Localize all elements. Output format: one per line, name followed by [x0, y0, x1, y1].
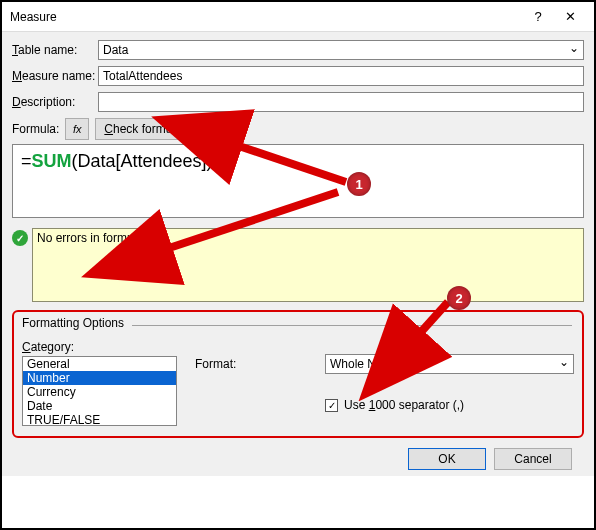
- category-item-currency[interactable]: Currency: [23, 385, 176, 399]
- annotation-badge-2: 2: [447, 286, 471, 310]
- help-button[interactable]: ?: [522, 3, 554, 31]
- status-area: ✓ No errors in formula.: [12, 228, 584, 302]
- category-item-general[interactable]: General: [23, 357, 176, 371]
- status-message: No errors in formula.: [37, 231, 146, 245]
- formula-controls: Formula: fx Check formula: [12, 118, 584, 140]
- status-message-box: No errors in formula.: [32, 228, 584, 302]
- close-button[interactable]: ✕: [554, 3, 586, 31]
- ok-button[interactable]: OK: [408, 448, 486, 470]
- description-input[interactable]: [98, 92, 584, 112]
- measure-name-label: Measure name:: [12, 69, 98, 83]
- category-item-number[interactable]: Number: [23, 371, 176, 385]
- category-label: Category:: [22, 340, 177, 354]
- thousand-separator-label: Use 1000 separator (,): [344, 398, 464, 412]
- check-formula-button[interactable]: Check formula: [95, 118, 190, 140]
- formula-editor[interactable]: =SUM(Data[Attendees]): [12, 144, 584, 218]
- format-combo[interactable]: Whole Number: [325, 354, 574, 374]
- measure-name-row: Measure name: TotalAttendees: [12, 66, 584, 86]
- category-item-truefalse[interactable]: TRUE/FALSE: [23, 413, 176, 426]
- formatting-options-title: Formatting Options: [22, 316, 574, 330]
- success-icon: ✓: [12, 230, 28, 246]
- description-label: Description:: [12, 95, 98, 109]
- format-label: Format:: [195, 357, 315, 371]
- separator-line: [132, 325, 572, 326]
- annotation-badge-1: 1: [347, 172, 371, 196]
- thousand-separator-checkbox[interactable]: ✓: [325, 399, 338, 412]
- formatting-options-section: Formatting Options Category: General Num…: [12, 310, 584, 438]
- dialog-title: Measure: [10, 10, 522, 24]
- table-name-row: Table name: Data: [12, 40, 584, 60]
- table-name-combo[interactable]: Data: [98, 40, 584, 60]
- fx-button[interactable]: fx: [65, 118, 89, 140]
- description-row: Description:: [12, 92, 584, 112]
- dialog-buttons: OK Cancel: [12, 438, 584, 470]
- dialog-content: Table name: Data Measure name: TotalAtte…: [2, 32, 594, 476]
- titlebar: Measure ? ✕: [2, 2, 594, 32]
- measure-name-input[interactable]: TotalAttendees: [98, 66, 584, 86]
- table-name-label: Table name:: [12, 43, 98, 57]
- category-item-date[interactable]: Date: [23, 399, 176, 413]
- category-list[interactable]: General Number Currency Date TRUE/FALSE: [22, 356, 177, 426]
- cancel-button[interactable]: Cancel: [494, 448, 572, 470]
- formula-label: Formula:: [12, 122, 59, 136]
